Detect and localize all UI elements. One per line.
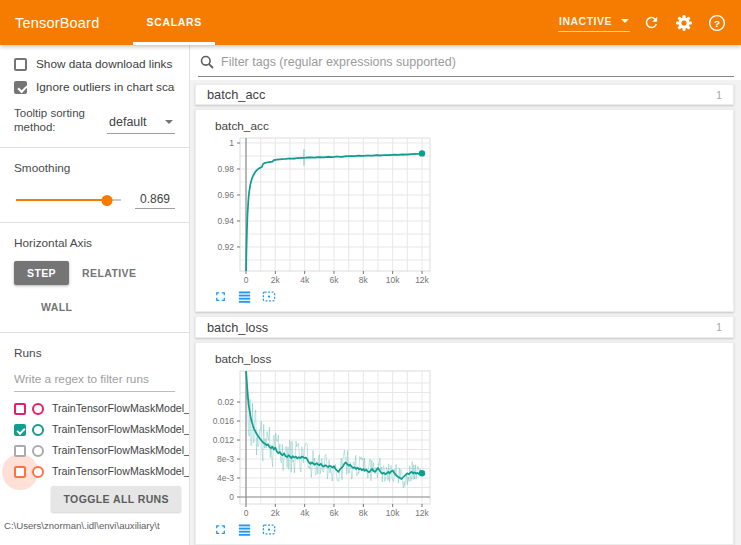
chart-card-batch-acc: batch_acc 02k4k6k8k10k12k10.980.960.940.… <box>195 109 734 312</box>
chevron-down-icon <box>165 120 173 124</box>
runs-filter-input[interactable] <box>14 368 175 392</box>
svg-text:0: 0 <box>244 275 249 285</box>
tag-group-count: 1 <box>716 321 722 333</box>
svg-text:6k: 6k <box>330 275 340 285</box>
chevron-down-icon <box>621 19 629 23</box>
main-area: batch_acc 1 batch_acc 02k4k6k8k10k12k10.… <box>190 45 741 545</box>
tag-group-name: batch_loss <box>207 320 268 335</box>
tag-group-name: batch_acc <box>207 87 265 102</box>
checkbox-label: Show data download links <box>36 57 172 71</box>
toggle-all-runs-button[interactable]: TOGGLE ALL RUNS <box>51 486 181 512</box>
tag-filter-input[interactable] <box>221 55 734 69</box>
refresh-icon <box>643 14 660 31</box>
svg-text:8k: 8k <box>359 275 369 285</box>
svg-text:6k: 6k <box>330 508 340 518</box>
sidebar: Show data download links Ignore outliers… <box>0 45 190 545</box>
search-icon <box>200 55 214 69</box>
yaxis-lines-icon <box>237 289 252 304</box>
run-glyphs <box>14 423 52 436</box>
run-name: TrainTensorFlowMaskModel_model_767271453… <box>52 402 175 415</box>
chart-toolbar <box>213 522 723 537</box>
app-header: TensorBoard SCALARS INACTIVE <box>0 0 741 45</box>
tooltip-sorting-dropdown[interactable]: default <box>107 115 175 134</box>
axis-option-step[interactable]: STEP <box>14 261 69 285</box>
app-title: TensorBoard <box>15 15 99 31</box>
svg-text:0.94: 0.94 <box>217 216 234 226</box>
expand-chart-button[interactable] <box>213 522 228 537</box>
run-checkbox[interactable] <box>14 424 26 436</box>
run-name: TrainTensorFlowMaskModel_model_422932095… <box>52 444 175 457</box>
tooltip-sorting-label: Tooltip sorting method: <box>14 106 98 134</box>
svg-text:12k: 12k <box>415 275 429 285</box>
svg-text:0.98: 0.98 <box>217 164 234 174</box>
axis-option-wall[interactable]: WALL <box>28 295 85 319</box>
tab-scalars[interactable]: SCALARS <box>133 0 215 45</box>
checkbox-icon[interactable] <box>14 58 27 71</box>
svg-text:0.96: 0.96 <box>217 190 234 200</box>
checkbox-icon[interactable] <box>14 81 27 94</box>
refresh-button[interactable] <box>639 11 663 35</box>
svg-text:8k: 8k <box>359 508 369 518</box>
runs-section: Runs TrainTensorFlowMaskModel_model_7672… <box>0 346 189 478</box>
expand-icon <box>213 289 228 304</box>
svg-text:2k: 2k <box>271 508 281 518</box>
smoothing-value[interactable]: 0.869 <box>135 192 175 209</box>
svg-text:1: 1 <box>229 138 234 148</box>
axis-option-relative[interactable]: RELATIVE <box>69 261 149 285</box>
svg-text:?: ? <box>714 17 720 28</box>
run-row[interactable]: TrainTensorFlowMaskModel_model_767271453… <box>14 402 175 415</box>
ignore-outliers-checkbox[interactable]: Ignore outliers in chart scaling <box>14 80 175 94</box>
tag-filter-field[interactable] <box>198 55 734 77</box>
fit-domain-icon <box>261 289 277 304</box>
divider <box>0 222 189 223</box>
tag-group-batch-loss[interactable]: batch_loss 1 <box>195 316 734 338</box>
smoothing-section: Smoothing 0.869 <box>0 161 189 209</box>
gear-icon <box>675 14 693 32</box>
yaxis-lines-button[interactable] <box>237 522 252 537</box>
logdir-path: C:\Users\znorman\.idl\envi\auxiliary\t <box>4 520 189 531</box>
fit-domain-button[interactable] <box>261 289 277 304</box>
horizontal-axis-label: Horizontal Axis <box>14 236 175 250</box>
svg-text:4k: 4k <box>300 275 310 285</box>
smoothing-slider[interactable] <box>16 199 121 201</box>
general-options-section: Show data download links Ignore outliers… <box>0 57 189 134</box>
chart-card-batch-loss: batch_loss 02k4k6k8k10k12k0.020.0160.012… <box>195 342 734 545</box>
yaxis-lines-button[interactable] <box>237 289 252 304</box>
run-row[interactable]: TrainTensorFlowMaskModel_model_422932095… <box>14 444 175 457</box>
toggle-all-runs-wrap: TOGGLE ALL RUNS <box>0 486 181 512</box>
settings-button[interactable] <box>672 11 696 35</box>
svg-text:12k: 12k <box>415 508 429 518</box>
status-dropdown[interactable]: INACTIVE <box>558 13 630 32</box>
tensorboard-app: TensorBoard SCALARS INACTIVE <box>0 0 741 545</box>
svg-text:10k: 10k <box>386 508 400 518</box>
expand-chart-button[interactable] <box>213 289 228 304</box>
run-checkbox[interactable] <box>14 403 26 415</box>
batch-acc-chart[interactable]: 02k4k6k8k10k12k10.980.960.940.92 <box>208 135 450 287</box>
run-row[interactable]: TrainTensorFlowMaskModel_model_519703946… <box>14 465 175 478</box>
svg-text:2k: 2k <box>271 275 281 285</box>
run-row[interactable]: TrainTensorFlowMaskModel_model_272313280… <box>14 423 175 436</box>
slider-knob[interactable] <box>102 195 113 206</box>
chart-title: batch_acc <box>215 119 723 133</box>
fit-domain-icon <box>261 522 277 537</box>
filter-toolbar <box>190 45 741 80</box>
slider-fill <box>16 199 107 201</box>
show-data-download-links-checkbox[interactable]: Show data download links <box>14 57 175 71</box>
svg-text:4e-3: 4e-3 <box>217 473 234 483</box>
divider <box>0 147 189 148</box>
svg-text:0: 0 <box>229 492 234 502</box>
run-glyphs <box>14 444 52 457</box>
run-checkbox[interactable] <box>14 445 26 457</box>
run-checkbox[interactable] <box>14 466 26 478</box>
header-actions: INACTIVE <box>558 11 729 35</box>
help-button[interactable]: ? <box>705 11 729 35</box>
tag-group-batch-acc[interactable]: batch_acc 1 <box>195 84 734 106</box>
runs-title: Runs <box>14 346 175 360</box>
batch-loss-chart[interactable]: 02k4k6k8k10k12k0.020.0160.0128e-34e-30 <box>208 368 450 520</box>
smoothing-slider-row: 0.869 <box>14 191 175 209</box>
status-label: INACTIVE <box>559 15 612 27</box>
run-name: TrainTensorFlowMaskModel_model_519703946… <box>52 465 175 478</box>
chart-toolbar <box>213 289 723 304</box>
help-icon: ? <box>708 14 726 32</box>
fit-domain-button[interactable] <box>261 522 277 537</box>
